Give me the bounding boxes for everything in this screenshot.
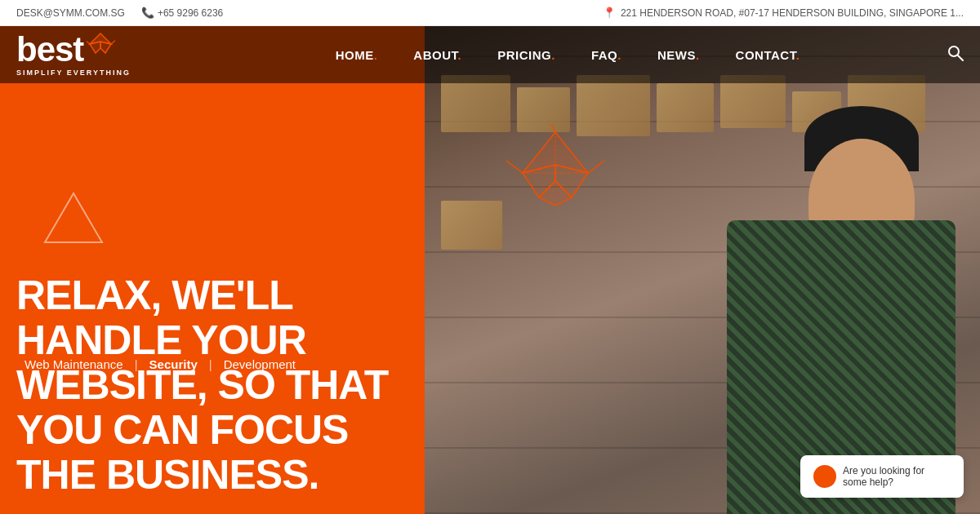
triangle-decoration: [41, 189, 106, 250]
svg-marker-12: [90, 42, 100, 53]
email-address: DESK@SYMM.COM.SG: [16, 7, 125, 19]
nav-links: HOME. ABOUT. PRICING. FAQ. NEWS. CONTACT…: [188, 48, 947, 62]
location-icon: 📍: [603, 7, 616, 19]
svg-line-5: [506, 161, 523, 173]
logo-word: best: [16, 33, 83, 67]
svg-marker-11: [100, 42, 111, 53]
nav-link-about[interactable]: ABOUT.: [395, 48, 479, 62]
search-icon[interactable]: [947, 45, 980, 65]
nav-link-home[interactable]: HOME.: [318, 48, 396, 62]
logo-area: best SIMPLIFY EVERYTHING: [0, 33, 188, 77]
chat-bubble[interactable]: Are you looking for some help?: [800, 455, 964, 498]
box-8: [441, 201, 502, 250]
nav-link-pricing[interactable]: PRICING.: [479, 48, 573, 62]
right-panel: Are you looking for some help?: [425, 26, 980, 514]
box-4: [657, 83, 714, 132]
svg-line-16: [958, 55, 963, 60]
box-1: [441, 75, 510, 132]
chat-text: Are you looking for some help?: [843, 465, 951, 488]
origami-bird: [506, 124, 604, 217]
svg-line-14: [111, 40, 115, 44]
phone-icon: 📞: [141, 7, 154, 19]
svg-line-13: [87, 40, 90, 44]
left-panel: Web Maintenance | Security | Development…: [0, 26, 425, 514]
top-bar: DESK@SYMM.COM.SG 📞 +65 9296 6236 📍 221 H…: [0, 0, 980, 26]
nav-bar: best SIMPLIFY EVERYTHING HOME. ABOUT. P: [0, 26, 980, 83]
svg-line-6: [588, 161, 604, 173]
chat-avatar: [813, 465, 836, 488]
logo: best: [16, 33, 188, 67]
nav-link-faq[interactable]: FAQ.: [573, 48, 639, 62]
svg-point-15: [949, 47, 959, 56]
svg-line-7: [551, 124, 555, 132]
hero-headline: RELAX, WE'LL HANDLE YOUR WEBSITE, SO THA…: [16, 273, 408, 498]
top-bar-left: DESK@SYMM.COM.SG 📞 +65 9296 6236: [16, 7, 223, 19]
main-container: Web Maintenance | Security | Development…: [0, 26, 980, 514]
address: 221 HENDERSON ROAD, #07-17 HENDERSON BUI…: [621, 7, 964, 19]
phone-number: 📞 +65 9296 6236: [141, 7, 223, 19]
top-bar-right: 📍 221 HENDERSON ROAD, #07-17 HENDERSON B…: [603, 7, 964, 19]
svg-marker-0: [45, 193, 102, 242]
logo-bird-icon: [87, 32, 115, 60]
nav-link-news[interactable]: NEWS.: [639, 48, 718, 62]
logo-tagline: SIMPLIFY EVERYTHING: [16, 69, 188, 77]
nav-link-contact[interactable]: CONTACT.: [718, 48, 818, 62]
